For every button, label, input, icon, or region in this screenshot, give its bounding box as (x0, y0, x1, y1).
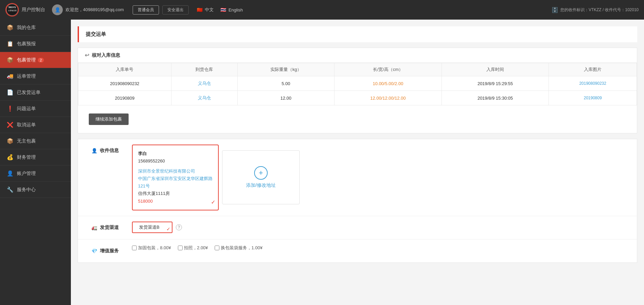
address-phone: 15689552260 (138, 157, 213, 165)
sidebar-item-parcels[interactable]: 📦 包裹管理 2 (0, 52, 71, 68)
sidebar-section-cancel: ❌ 取消运单 (0, 117, 71, 133)
channel-label-text: 发货渠道 (100, 225, 119, 231)
address-line1: 中国广东省深圳市宝安区龙华区建辉路 (138, 175, 213, 182)
avatar: 👤 (52, 4, 63, 15)
sidebar-section-warehouse: 📦 我的仓库 (0, 20, 71, 36)
channel-check-icon: ✓ (166, 226, 170, 232)
parcels-icon: 📦 (7, 57, 14, 63)
time-2: 2019/8/9 15:30:05 (441, 91, 549, 105)
sidebar-issue-label: 问题运单 (17, 106, 36, 112)
sidebar-item-unowned[interactable]: 📦 无主包裹 (0, 133, 71, 149)
col-image: 入库图片 (549, 63, 637, 76)
address-content: 李白 15689552260 深圳市全景世纪科技有限公司 中国广东省深圳市宝安区… (132, 145, 637, 210)
lang-en[interactable]: 🇹🇭 English (218, 7, 245, 13)
language-selector: 🇨🇳 中文 🇹🇭 English (194, 6, 245, 14)
verify-table: 入库单号 到货仓库 实际重量（kg） 长/宽/高（cm） 入库时间 入库图片 2… (78, 63, 637, 105)
dimensions-1: 10.00/5.00/2.00 (334, 76, 442, 91)
address-company: 深圳市全景世纪科技有限公司 (138, 168, 213, 175)
warehouse-1: 义乌仓 (171, 76, 237, 91)
unowned-icon: 📦 (7, 138, 14, 144)
sidebar-item-shipped[interactable]: 📄 已发货运单 (0, 84, 71, 100)
repack-checkbox[interactable] (215, 246, 219, 250)
reinforce-label: 加固包装，8.00¥ (138, 245, 171, 251)
address-card-selected[interactable]: 李白 15689552260 深圳市全景世纪科技有限公司 中国广东省深圳市宝安区… (132, 145, 219, 210)
address-label-text: 收件信息 (100, 148, 119, 154)
welcome-text: 欢迎您，409889195@qq.com (65, 7, 124, 13)
finance-icon: 💰 (7, 154, 14, 160)
page-title-bar: 提交运单 (78, 26, 637, 42)
value-service-photo[interactable]: 拍照，2.00¥ (178, 245, 208, 251)
sidebar-item-issue[interactable]: ❗ 问题运单 (0, 101, 71, 117)
sidebar-section-orders: 🚚 运单管理 (0, 68, 71, 84)
sidebar-warehouse-label: 我的仓库 (17, 25, 36, 31)
photo-label: 拍照，2.00¥ (184, 245, 208, 251)
sidebar-section-service: 🔧 服务中心 (0, 182, 71, 198)
reinforce-checkbox[interactable] (132, 246, 137, 250)
repack-label: 换包装袋服务，1.00¥ (221, 245, 263, 251)
preorder-icon: 📋 (7, 41, 14, 47)
channel-wrapper: 发货渠道B ✓ (132, 222, 172, 233)
value-services-content: 加固包装，8.00¥ 拍照，2.00¥ 换包装袋服务，1.00¥ (132, 245, 637, 251)
continue-btn-wrapper: 继续添加包裹 (78, 105, 637, 133)
weight-1: 5.00 (237, 76, 334, 91)
sidebar-item-orders[interactable]: 🚚 运单管理 (0, 68, 71, 84)
logo-icon: 56SYS 全景物流通 (5, 3, 19, 17)
warehouse-2: 义乌仓 (171, 91, 237, 105)
sidebar-section-account: 👤 账户管理 (0, 166, 71, 182)
sidebar-section-unowned: 📦 无主包裹 (0, 133, 71, 149)
order-no-2: 20190809 (78, 91, 171, 105)
time-1: 2019/8/9 15:29:55 (441, 76, 549, 91)
main-content: 提交运单 ↩ 核对入库信息 入库单号 到货仓库 实际重量（kg） 长/宽/高（c… (71, 20, 644, 305)
sidebar-item-service[interactable]: 🔧 服务中心 (0, 182, 71, 198)
channel-help-icon[interactable]: ? (176, 224, 182, 230)
address-label: 👤 收件信息 (78, 145, 132, 157)
logout-button[interactable]: 安全退出 (162, 5, 189, 15)
svg-text:全景物流通: 全景物流通 (8, 9, 17, 11)
col-weight: 实际重量（kg） (237, 63, 334, 76)
channel-row: 🚛 发货渠道 发货渠道B ✓ ? (78, 216, 637, 239)
header: 56SYS 全景物流通 用户控制台 👤 欢迎您，409889195@qq.com… (0, 0, 644, 20)
sidebar-cancel-label: 取消运单 (17, 122, 36, 128)
address-label-icon: 👤 (91, 148, 97, 153)
sidebar-finance-label: 财务管理 (17, 154, 36, 160)
col-warehouse: 到货仓库 (171, 63, 237, 76)
sidebar-section-shipped: 📄 已发货运单 (0, 84, 71, 101)
sidebar: 📦 我的仓库 📋 包裹预报 📦 包裹管理 2 🚚 运单管理 (0, 20, 71, 305)
sidebar-section-issue: ❗ 问题运单 (0, 101, 71, 117)
weight-2: 12.00 (237, 91, 334, 105)
value-services-label-text: 增值服务 (100, 248, 119, 254)
sidebar-shipped-label: 已发货运单 (17, 90, 41, 96)
add-address-button[interactable]: + 添加/修改地址 (222, 150, 300, 204)
warehouse-icon: 📦 (7, 24, 14, 31)
lang-cn[interactable]: 🇨🇳 中文 (194, 6, 216, 14)
add-address-label: 添加/修改地址 (246, 182, 276, 188)
sidebar-item-cancel[interactable]: ❌ 取消运单 (0, 117, 71, 133)
value-service-reinforce[interactable]: 加固包装，8.00¥ (132, 245, 171, 251)
channel-label: 🚛 发货渠道 (78, 222, 132, 234)
control-label: 用户控制台 (22, 7, 45, 13)
member-button[interactable]: 普通会员 (133, 5, 159, 15)
add-plus-icon: + (254, 166, 268, 180)
channel-label-icon: 🚛 (91, 225, 97, 230)
sidebar-item-warehouse[interactable]: 📦 我的仓库 (0, 20, 71, 35)
verify-icon: ↩ (85, 52, 89, 58)
address-check-icon: ✓ (211, 198, 215, 207)
photo-checkbox[interactable] (178, 246, 183, 250)
image-1[interactable]: 201908090232 (549, 76, 637, 91)
sidebar-section-preorder: 📋 包裹预报 (0, 36, 71, 52)
address-row: 👤 收件信息 李白 15689552260 深圳市全景世纪科技有限公司 中国广东… (78, 139, 637, 216)
receipt-text: 您的收件标识：VTKZZ / 收件代号：102010 (560, 7, 639, 13)
service-icon: 🔧 (7, 186, 14, 193)
sidebar-parcels-label: 包裹管理 (17, 57, 36, 63)
image-2[interactable]: 20190809 (549, 91, 637, 105)
sidebar-section-finance: 💰 财务管理 (0, 149, 71, 166)
value-label-icon: 💎 (91, 248, 97, 254)
sidebar-item-finance[interactable]: 💰 财务管理 (0, 149, 71, 165)
cn-flag-icon: 🇨🇳 (196, 7, 204, 12)
sidebar-item-account[interactable]: 👤 账户管理 (0, 166, 71, 181)
sidebar-item-preorder[interactable]: 📋 包裹预报 (0, 36, 71, 52)
value-services-label: 💎 增值服务 (78, 245, 132, 257)
value-service-repack[interactable]: 换包装袋服务，1.00¥ (215, 245, 263, 251)
continue-add-button[interactable]: 继续添加包裹 (89, 113, 129, 125)
sidebar-section-parcels: 📦 包裹管理 2 (0, 52, 71, 68)
